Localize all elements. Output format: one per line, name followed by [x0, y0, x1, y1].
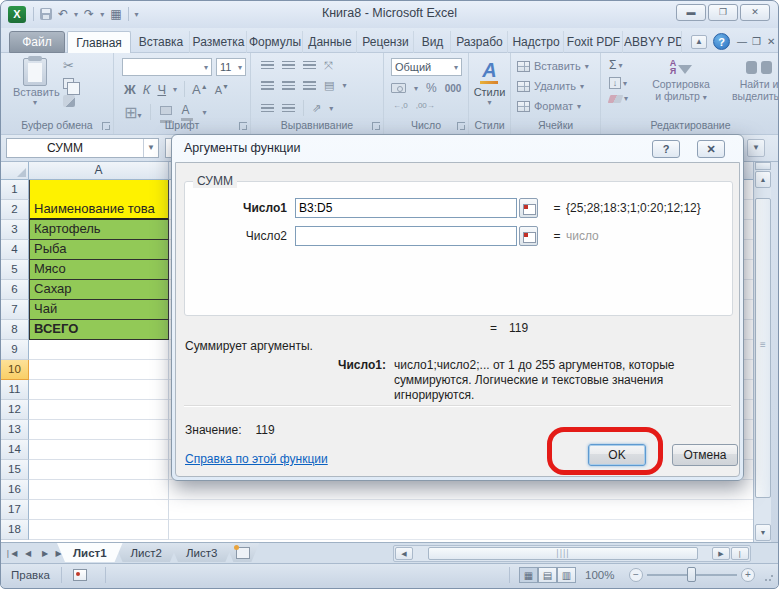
row-header[interactable]: 11: [1, 380, 29, 400]
font-size-select[interactable]: 11▾: [216, 58, 246, 76]
cell-a2[interactable]: Наименование това: [29, 200, 169, 220]
tab-abbyy-pdf[interactable]: ABBYY PD: [624, 31, 682, 53]
increase-decimal-icon[interactable]: ←,0: [393, 101, 408, 110]
delete-dropdown-icon[interactable]: ▾: [580, 82, 584, 91]
sheet-tab-list1[interactable]: Лист1: [57, 543, 123, 562]
cell-a8-total[interactable]: ВСЕГО: [29, 320, 169, 340]
page-layout-view-icon[interactable]: ▤: [538, 567, 557, 583]
normal-view-icon[interactable]: ▦: [519, 567, 538, 583]
alignment-dialog-launcher-icon[interactable]: [372, 122, 380, 130]
prev-sheet-icon[interactable]: ◀: [21, 546, 35, 561]
clipboard-dialog-launcher-icon[interactable]: [102, 122, 110, 130]
autosum-button[interactable]: Σ▾: [609, 58, 628, 72]
row-header[interactable]: 5: [1, 260, 29, 280]
zoom-level[interactable]: 100%: [585, 569, 614, 581]
underline-button[interactable]: Ч: [157, 82, 166, 97]
cell[interactable]: [29, 360, 169, 380]
close-button[interactable]: ✕: [740, 4, 770, 21]
row-header-active[interactable]: 10: [1, 360, 29, 380]
scroll-right-icon[interactable]: ▶: [712, 547, 730, 560]
cell-a7[interactable]: Чай: [29, 300, 169, 320]
tab-file[interactable]: Файл: [9, 31, 65, 53]
cell-a4[interactable]: Рыба: [29, 240, 169, 260]
row-header[interactable]: 4: [1, 240, 29, 260]
tab-split-handle[interactable]: ❘: [731, 547, 749, 560]
table-row[interactable]: 18: [1, 520, 753, 540]
decrease-indent-icon[interactable]: [261, 104, 274, 113]
cell-a6[interactable]: Сахар: [29, 280, 169, 300]
font-color-dropdown-icon[interactable]: ▾: [202, 108, 206, 117]
record-macro-icon[interactable]: [73, 569, 87, 581]
italic-button[interactable]: К: [143, 82, 151, 97]
paste-button[interactable]: Вставить ▾: [13, 58, 57, 120]
align-right-icon[interactable]: [303, 81, 316, 90]
scroll-up-icon[interactable]: ▲: [755, 171, 771, 188]
insert-worksheet-icon[interactable]: [225, 543, 259, 562]
sheet-tab-list2[interactable]: Лист2: [115, 543, 178, 562]
insert-dropdown-icon[interactable]: ▾: [585, 62, 589, 71]
row-header[interactable]: 12: [1, 400, 29, 420]
row-header[interactable]: 1: [1, 180, 29, 200]
range-selector-icon[interactable]: [519, 226, 538, 246]
next-sheet-icon[interactable]: ▶: [38, 546, 52, 561]
format-painter-icon[interactable]: [63, 95, 75, 107]
help-on-function-link[interactable]: Справка по этой функции: [185, 452, 328, 466]
increase-indent-icon[interactable]: [282, 104, 295, 113]
row-header[interactable]: 6: [1, 280, 29, 300]
insert-cells-button[interactable]: Вставить ▾: [517, 60, 589, 72]
first-sheet-icon[interactable]: ❘◀: [4, 546, 18, 561]
workbook-restore-icon[interactable]: ❐: [752, 36, 761, 47]
scroll-left-icon[interactable]: ◀: [395, 547, 413, 560]
name-box-dropdown-icon[interactable]: ▼: [143, 139, 158, 157]
minimize-ribbon-icon[interactable]: ▲: [691, 35, 707, 49]
row-header[interactable]: 16: [1, 480, 29, 500]
cell[interactable]: [29, 460, 169, 480]
cell[interactable]: [29, 380, 169, 400]
vertical-scrollbar[interactable]: ▲ ▼: [753, 162, 771, 542]
styles-dropdown-icon[interactable]: ▾: [469, 98, 510, 107]
underline-dropdown-icon[interactable]: ▾: [173, 85, 177, 94]
cell[interactable]: [29, 440, 169, 460]
tab-home[interactable]: Главная: [67, 31, 131, 53]
row-header[interactable]: 14: [1, 440, 29, 460]
cell[interactable]: [29, 420, 169, 440]
range-selector-icon[interactable]: [519, 198, 538, 218]
percent-format-icon[interactable]: %: [426, 81, 437, 95]
cell-a1[interactable]: [29, 180, 169, 200]
table-row[interactable]: 16: [1, 480, 753, 500]
bold-button[interactable]: Ж: [124, 82, 136, 97]
tab-addins[interactable]: Надстро: [509, 31, 564, 53]
currency-dropdown-icon[interactable]: ▾: [414, 84, 418, 93]
dialog-close-icon[interactable]: ✕: [697, 140, 725, 158]
tab-foxit-pdf[interactable]: Foxit PDF: [565, 31, 623, 53]
workbook-close-icon[interactable]: ✕: [767, 36, 775, 47]
tab-formulas[interactable]: Формулы: [248, 31, 303, 53]
find-select-button[interactable]: Найти ивыделить ▾: [723, 59, 779, 104]
row-header[interactable]: 13: [1, 420, 29, 440]
delete-cells-button[interactable]: Удалить ▾: [517, 80, 584, 92]
sheet-tab-list3[interactable]: Лист3: [170, 543, 233, 562]
help-icon[interactable]: ?: [713, 33, 730, 50]
align-top-icon[interactable]: [261, 61, 274, 70]
grow-font-button[interactable]: А▲: [192, 82, 208, 97]
align-middle-icon[interactable]: [282, 61, 295, 70]
decrease-decimal-icon[interactable]: ,00→: [416, 101, 435, 110]
name-box[interactable]: СУММ ▼: [6, 138, 159, 158]
orientation-icon[interactable]: ⤧: [324, 60, 333, 71]
merge-dropdown-icon[interactable]: ▾: [342, 81, 346, 90]
number-format-select[interactable]: Общий▾: [391, 58, 462, 76]
format-dropdown-icon[interactable]: ▾: [577, 102, 581, 111]
tab-review[interactable]: Рецензи: [358, 31, 414, 53]
select-all-corner[interactable]: [1, 162, 29, 180]
workbook-minimize-icon[interactable]: —: [737, 36, 747, 47]
restore-button[interactable]: ❐: [708, 4, 738, 21]
row-header[interactable]: 3: [1, 220, 29, 240]
number2-input[interactable]: [295, 226, 517, 246]
row-header[interactable]: 17: [1, 500, 29, 520]
tab-data[interactable]: Данные: [304, 31, 357, 53]
scroll-down-icon[interactable]: ▼: [755, 524, 771, 541]
cancel-button[interactable]: Отмена: [672, 444, 738, 466]
text-direction-icon[interactable]: ⇗: [312, 103, 321, 114]
number1-input[interactable]: [295, 198, 517, 218]
cell[interactable]: [29, 480, 169, 500]
